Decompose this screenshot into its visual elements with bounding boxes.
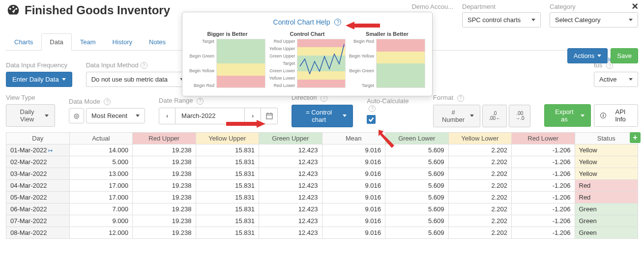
value-cell[interactable]: 19.238 (133, 179, 196, 191)
view-type-button[interactable]: Daily View (6, 104, 55, 127)
value-cell[interactable]: 9.016 (322, 227, 385, 238)
value-cell[interactable]: 7.000 (69, 203, 133, 215)
category-select[interactable]: Select Category (550, 12, 638, 28)
value-cell[interactable]: 12.423 (259, 156, 322, 168)
day-cell[interactable]: 04-Mar-2022 (6, 179, 70, 191)
column-header[interactable]: Mean (322, 132, 385, 144)
column-header[interactable]: Green Upper (259, 132, 322, 144)
day-cell[interactable]: 05-Mar-2022 (6, 191, 70, 203)
value-cell[interactable]: 12.423 (259, 168, 322, 179)
value-cell[interactable]: 19.238 (133, 144, 196, 156)
increase-decimal-button[interactable]: .00→.0 (509, 105, 530, 127)
value-cell[interactable]: -1.206 (512, 227, 575, 238)
value-cell[interactable]: 12.423 (259, 203, 322, 215)
value-cell[interactable]: 12.423 (259, 215, 322, 227)
value-cell[interactable]: 14.000 (69, 144, 133, 156)
prev-button[interactable]: ‹ (159, 108, 176, 124)
data-mode-select[interactable]: Most Recent (86, 108, 145, 123)
value-cell[interactable]: 5.000 (69, 156, 133, 168)
input-method-select[interactable]: Do not use sub metric data (86, 72, 189, 87)
day-cell[interactable]: 03-Mar-2022 (6, 168, 70, 179)
value-cell[interactable]: 19.238 (133, 215, 196, 227)
value-cell[interactable]: 15.831 (196, 215, 259, 227)
table-row[interactable]: 05-Mar-202217.00019.23815.83112.4239.016… (6, 191, 638, 203)
tab-charts[interactable]: Charts (6, 33, 41, 50)
table-row[interactable]: 06-Mar-20227.00019.23815.83112.4239.0165… (6, 203, 638, 215)
value-cell[interactable]: 15.831 (196, 227, 259, 238)
value-cell[interactable]: 2.202 (448, 215, 512, 227)
value-cell[interactable]: 15.831 (196, 144, 259, 156)
day-cell[interactable]: 01-Mar-2022 ↦ (6, 144, 70, 156)
tab-notes[interactable]: Notes (141, 33, 174, 50)
value-cell[interactable]: 15.831 (196, 203, 259, 215)
value-cell[interactable]: 5.609 (385, 156, 449, 168)
close-icon[interactable]: × (632, 0, 638, 13)
column-header[interactable]: Red Lower (512, 132, 575, 144)
tab-history[interactable]: History (104, 33, 141, 50)
value-cell[interactable]: 5.609 (385, 168, 449, 179)
value-cell[interactable]: 19.238 (133, 168, 196, 179)
value-cell[interactable]: 2.202 (448, 144, 512, 156)
value-cell[interactable]: 12.000 (69, 227, 133, 238)
value-cell[interactable]: 5.609 (385, 179, 449, 191)
save-button[interactable]: Save (611, 48, 638, 63)
value-cell[interactable]: 12.423 (259, 191, 322, 203)
value-cell[interactable]: 5.609 (385, 227, 449, 238)
value-cell[interactable]: 12.423 (259, 144, 322, 156)
department-select[interactable]: SPC control charts (462, 12, 541, 28)
tab-data[interactable]: Data (41, 33, 71, 51)
value-cell[interactable]: 9.016 (322, 168, 385, 179)
status-select[interactable]: Active (594, 72, 638, 87)
column-header[interactable]: Day (6, 132, 70, 144)
value-cell[interactable]: 9.016 (322, 191, 385, 203)
value-cell[interactable]: 12.423 (259, 179, 322, 191)
table-row[interactable]: 02-Mar-20225.00019.23815.83112.4239.0165… (6, 156, 638, 168)
value-cell[interactable]: 2.202 (448, 203, 512, 215)
export-button[interactable]: Export as (544, 104, 591, 127)
tab-team[interactable]: Team (72, 33, 104, 50)
table-row[interactable]: 03-Mar-202213.00019.23815.83112.4239.016… (6, 168, 638, 179)
value-cell[interactable]: 15.831 (196, 179, 259, 191)
value-cell[interactable]: 13.000 (69, 168, 133, 179)
value-cell[interactable]: 5.609 (385, 191, 449, 203)
value-cell[interactable]: 15.831 (196, 191, 259, 203)
table-row[interactable]: 01-Mar-2022 ↦14.00019.23815.83112.4239.0… (6, 144, 638, 156)
value-cell[interactable]: 2.202 (448, 156, 512, 168)
value-cell[interactable]: 9.016 (322, 179, 385, 191)
column-header[interactable]: Actual (69, 132, 133, 144)
value-cell[interactable]: -1.206 (512, 191, 575, 203)
value-cell[interactable]: -1.206 (512, 179, 575, 191)
value-cell[interactable]: 19.238 (133, 156, 196, 168)
value-cell[interactable]: 5.609 (385, 215, 449, 227)
value-cell[interactable]: 2.202 (448, 191, 512, 203)
value-cell[interactable]: -1.206 (512, 203, 575, 215)
day-cell[interactable]: 06-Mar-2022 (6, 203, 70, 215)
control-chart-help-link[interactable]: Control Chart Help (273, 18, 330, 26)
value-cell[interactable]: -1.206 (512, 168, 575, 179)
direction-button[interactable]: = Control chart (292, 105, 353, 127)
table-row[interactable]: 08-Mar-202212.00019.23815.83112.4239.016… (6, 227, 638, 238)
value-cell[interactable]: 15.831 (196, 168, 259, 179)
value-cell[interactable]: -1.206 (512, 144, 575, 156)
value-cell[interactable]: 5.609 (385, 203, 449, 215)
api-info-button[interactable]: i API Info (594, 104, 638, 127)
value-cell[interactable]: 2.202 (448, 179, 512, 191)
column-header[interactable]: Red Upper (133, 132, 196, 144)
value-cell[interactable]: 9.000 (69, 215, 133, 227)
auto-calculate-checkbox[interactable] (367, 115, 376, 124)
day-cell[interactable]: 07-Mar-2022 (6, 215, 70, 227)
value-cell[interactable]: -1.206 (512, 156, 575, 168)
enter-daily-data-button[interactable]: Enter Daily Data (6, 72, 72, 87)
value-cell[interactable]: 17.000 (69, 179, 133, 191)
value-cell[interactable]: 9.016 (322, 156, 385, 168)
target-icon-button[interactable]: ◎ (69, 108, 84, 123)
column-header[interactable]: Yellow Upper (196, 132, 259, 144)
format-select[interactable]: # Number (433, 105, 480, 127)
table-row[interactable]: 04-Mar-202217.00019.23815.83112.4239.016… (6, 179, 638, 191)
value-cell[interactable]: 9.016 (322, 144, 385, 156)
value-cell[interactable]: 9.016 (322, 215, 385, 227)
column-header[interactable]: Yellow Lower (448, 132, 512, 144)
value-cell[interactable]: 19.238 (133, 191, 196, 203)
value-cell[interactable]: 19.238 (133, 227, 196, 238)
value-cell[interactable]: 2.202 (448, 168, 512, 179)
